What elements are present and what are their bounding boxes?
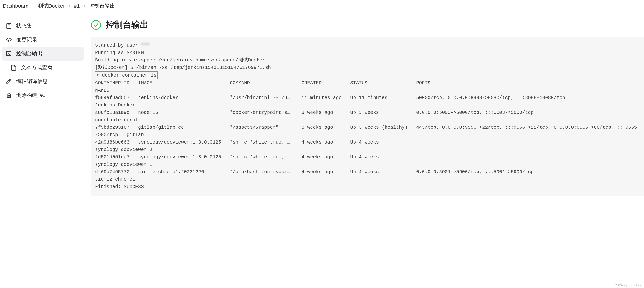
watermark: CSDN @UncoDong: [614, 283, 642, 287]
page-header: 控制台输出: [91, 19, 644, 31]
console-table-row: 2d521d051de7 synology/docviewer:1.3.0.01…: [95, 154, 644, 167]
edit-icon: [6, 78, 12, 84]
chevron-right-icon: [68, 4, 71, 8]
sidebar-item-label: 变更记录: [16, 36, 37, 43]
breadcrumb-link-project[interactable]: 测试Docker: [38, 3, 65, 10]
sidebar-item-label: 控制台输出: [16, 50, 42, 57]
document-icon: [6, 23, 12, 29]
breadcrumb-current: 控制台输出: [89, 3, 115, 10]
chevron-right-icon: [83, 4, 86, 8]
breadcrumb: Dashboard 测试Docker #1 控制台输出: [0, 0, 644, 12]
sidebar-item-edit-info[interactable]: 编辑编译信息: [2, 74, 84, 88]
console-line-started: Started by user ***: [95, 43, 150, 48]
console-line: [测试Docker] $ /bin/sh -xe /tmp/jenkins154…: [95, 65, 271, 70]
sidebar-item-label: 状态集: [16, 22, 32, 29]
breadcrumb-link-dashboard[interactable]: Dashboard: [3, 3, 29, 9]
trash-icon: [6, 92, 12, 98]
console-table-row: df69b7495772 siomiz-chrome1:20231226 "/b…: [95, 169, 644, 182]
sidebar-item-status[interactable]: 状态集: [2, 19, 84, 33]
console-line-finished: Finished: SUCCESS: [95, 184, 144, 189]
sidebar-item-console[interactable]: 控制台输出: [2, 47, 84, 61]
sidebar-item-plaintext[interactable]: 文本方式查看: [2, 61, 84, 74]
console-table-header: CONTAINER ID IMAGE COMMAND CREATED STATU…: [95, 80, 644, 93]
code-icon: [6, 37, 12, 43]
chevron-right-icon: [32, 4, 35, 8]
started-user-blurred: ***: [141, 42, 150, 49]
console-line: Running as SYSTEM: [95, 50, 144, 56]
success-check-icon: [91, 20, 101, 30]
file-icon: [10, 64, 17, 71]
main-content: 控制台输出 Started by user *** Running as SYS…: [86, 12, 644, 287]
sidebar-item-label: 删除构建 '#1': [16, 92, 46, 99]
sidebar-item-label: 文本方式查看: [21, 64, 52, 71]
sidebar-item-delete[interactable]: 删除构建 '#1': [2, 88, 84, 102]
sidebar-item-changes[interactable]: 变更记录: [2, 33, 84, 47]
console-highlighted-cmd: + docker container ls: [95, 71, 158, 79]
console-table-row: a88fc13a1a9d node:16 "docker-entrypoint.…: [95, 110, 644, 123]
sidebar: 状态集变更记录控制台输出文本方式查看编辑编译信息删除构建 '#1': [0, 12, 86, 287]
console-table-row: f504af9ad557 jenkins-docker "/usr/bin/ti…: [95, 95, 644, 108]
console-line: Building in workspace /var/jenkins_home/…: [95, 57, 265, 63]
breadcrumb-link-build[interactable]: #1: [74, 3, 80, 9]
console-table-row: 42a9d86bc663 synology/docviewer:1.3.0.01…: [95, 139, 644, 152]
console-table-row: 7f5bdc293167 gitlab/gitlab-ce "/assets/w…: [95, 125, 637, 137]
page-title: 控制台输出: [106, 19, 148, 31]
console-output: Started by user *** Running as SYSTEM Bu…: [91, 37, 644, 196]
terminal-icon: [6, 51, 12, 57]
sidebar-item-label: 编辑编译信息: [16, 78, 48, 85]
